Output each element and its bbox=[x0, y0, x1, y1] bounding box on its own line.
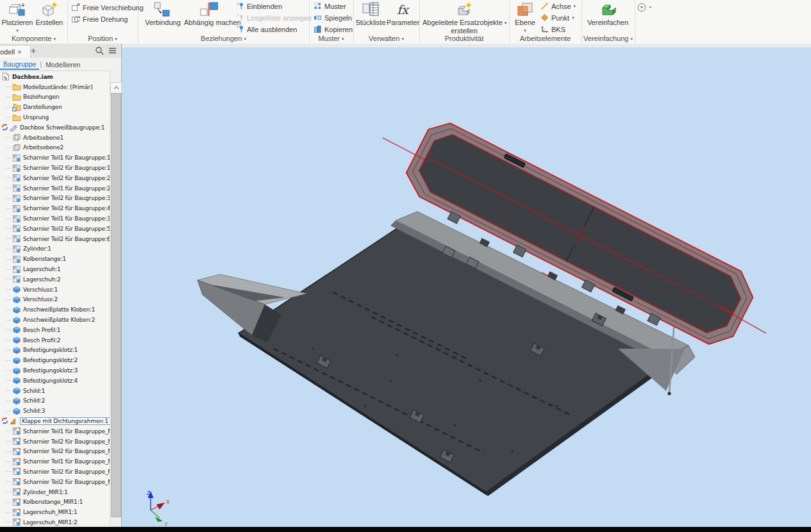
tree-item[interactable]: Scharnier Teil2 für Baugruppe:4 bbox=[0, 203, 110, 213]
tree-item[interactable]: Klappe mit Dichtungsrahmen:1 bbox=[0, 416, 110, 426]
parameter-button[interactable]: fx Parameter bbox=[387, 1, 419, 26]
tree-item-label: Lagerschuh:1 bbox=[23, 266, 61, 272]
freie-verschiebung-label: Freie Verschiebung bbox=[83, 4, 144, 12]
tree-item[interactable]: Beziehungen bbox=[0, 92, 110, 103]
alle-ausblenden-button[interactable]: Alle ausblenden bbox=[235, 24, 297, 35]
einblenden-label: Einblenden bbox=[247, 3, 282, 10]
tree-item[interactable]: Dachbox.iam bbox=[0, 72, 110, 82]
subtab-baugruppe[interactable]: Baugruppe bbox=[0, 59, 39, 70]
model-browser-tab[interactable]: odell × bbox=[0, 45, 31, 58]
add-panel-icon[interactable]: + bbox=[31, 46, 36, 56]
abgeleitete-ersatzobjekte-button[interactable]: Abgeleitete Ersatzobjekte ▾ erstellen bbox=[422, 1, 506, 35]
group-label-verwalten[interactable]: Verwalten ▾ bbox=[353, 35, 419, 42]
stueckliste-button[interactable]: Stückliste bbox=[355, 1, 387, 26]
group-label-position[interactable]: Position ▾ bbox=[67, 35, 138, 42]
losgeloeste-anzeigen-button[interactable]: Losgelöste anzeigen bbox=[235, 12, 312, 23]
kopieren-button[interactable]: Kopieren bbox=[313, 24, 353, 35]
tree-item[interactable]: Scharnier Teil2 für Baugruppe_MIR1:1 bbox=[0, 436, 110, 447]
group-label-vereinfachung[interactable]: Vereinfachung ▾ bbox=[581, 35, 635, 42]
freie-drehung-button[interactable]: Freie Drehung bbox=[71, 13, 128, 24]
freie-verschiebung-button[interactable]: Freie Verschiebung bbox=[71, 2, 144, 13]
group-label-beziehungen[interactable]: Beziehungen ▾ bbox=[138, 35, 309, 42]
tree-item[interactable]: Scharnier Teil1 für Baugruppe:3 bbox=[0, 213, 110, 224]
tree-item[interactable]: Befestigungsklotz:1 bbox=[0, 345, 110, 356]
tree-item[interactable]: Befestigungsklotz:4 bbox=[0, 376, 110, 386]
tree-item[interactable]: Anschweißplatte Kloben:2 bbox=[0, 315, 110, 325]
viewport-3d[interactable]: Z X Y bbox=[121, 47, 811, 527]
tree-item[interactable]: Scharnier Teil1 für Baugruppe_MIR1:1 bbox=[0, 426, 110, 436]
tab-close-icon[interactable]: × bbox=[17, 48, 21, 56]
tree-item[interactable]: Scharnier Teil2 für Baugruppe:5 bbox=[0, 224, 110, 234]
tree-item[interactable]: Scharnier Teil1 für Baugruppe:2 bbox=[0, 183, 110, 194]
ebene-button[interactable]: Ebene ▾ bbox=[512, 1, 539, 34]
tree-item[interactable]: Modellzustände: [Primär] bbox=[0, 82, 110, 92]
group-label-arbeitselemente[interactable]: Arbeitselemente bbox=[509, 35, 581, 42]
tree-item[interactable]: Lagerschuh:1 bbox=[0, 264, 110, 274]
tree-item[interactable]: Ursprung bbox=[0, 112, 110, 122]
verbindung-button[interactable]: Verbindung bbox=[142, 1, 184, 26]
tree-item[interactable]: Lagerschuh_MIR1:1 bbox=[0, 507, 110, 517]
punkt-caret-icon: ▾ bbox=[572, 15, 574, 21]
subtab-modellieren[interactable]: Modellieren bbox=[42, 60, 83, 69]
tree-item[interactable]: Verschluss:1 bbox=[0, 285, 110, 295]
tree-connector bbox=[6, 259, 11, 260]
scrollbar-thumb[interactable] bbox=[111, 93, 121, 517]
tree-item[interactable]: Dachbox Schweißbaugruppe:1 bbox=[0, 122, 110, 133]
scroll-up-icon[interactable] bbox=[110, 82, 122, 94]
platzieren-caret-icon: ▾ bbox=[16, 28, 19, 33]
tree-item[interactable]: Besch Profil:1 bbox=[0, 325, 110, 335]
bottom-bar bbox=[0, 527, 811, 532]
browser-menu-icon[interactable] bbox=[108, 46, 117, 58]
tree-item[interactable]: Scharnier Teil2 für Baugruppe_MIR1:3 bbox=[0, 467, 110, 477]
tree-item[interactable]: Scharnier Teil2 für Baugruppe_MIR1:2 bbox=[0, 446, 110, 456]
vereinfachen-button[interactable]: Vereinfachen bbox=[587, 1, 629, 26]
ribbon-collapse-button[interactable] bbox=[637, 3, 654, 15]
tree-item[interactable]: Befestigungsklotz:3 bbox=[0, 365, 110, 376]
tree-item[interactable]: Scharnier Teil2 für Baugruppe:1 bbox=[0, 163, 110, 173]
bks-button[interactable]: BKS bbox=[540, 24, 565, 35]
punkt-label: Punkt bbox=[551, 14, 569, 22]
tree-item[interactable]: Scharnier Teil2 für Baugruppe:6 bbox=[0, 234, 110, 244]
tree-item[interactable]: Schild:3 bbox=[0, 406, 110, 416]
tree-item[interactable]: Befestigungsklotz:2 bbox=[0, 355, 110, 365]
punkt-button[interactable]: Punkt ▾ bbox=[540, 12, 574, 23]
achse-button[interactable]: Achse ▾ bbox=[540, 1, 576, 12]
abhaengig-machen-button[interactable]: Abhängig machen bbox=[184, 1, 235, 26]
tree-connector bbox=[6, 340, 11, 340]
platzieren-button[interactable]: Platzieren ▾ bbox=[1, 1, 33, 34]
tree-item-label: Scharnier Teil2 für Baugruppe:6 bbox=[23, 236, 110, 242]
tree-item[interactable]: Kolbenstange:1 bbox=[0, 254, 110, 264]
tree-item[interactable]: Besch Profil:2 bbox=[0, 335, 110, 345]
tree-item[interactable]: Lagerschuh_MIR1:2 bbox=[0, 517, 110, 528]
group-label-komponente[interactable]: Komponente ▾ bbox=[0, 35, 67, 42]
tree-item[interactable]: Arbeitsebene1 bbox=[0, 133, 110, 143]
point-tool-icon bbox=[540, 13, 549, 22]
tree-item[interactable]: Lagerschuh:2 bbox=[0, 274, 110, 285]
erstellen-button[interactable]: Erstellen bbox=[34, 1, 65, 26]
tree-item-label: Besch Profil:2 bbox=[23, 337, 60, 344]
group-label-produktivitaet[interactable]: Produktivität bbox=[419, 35, 509, 42]
einblenden-button[interactable]: Einblenden bbox=[235, 1, 282, 12]
browser-search-icon[interactable] bbox=[95, 46, 104, 58]
tree-item-label: Befestigungsklotz:2 bbox=[23, 357, 78, 363]
tree-item[interactable]: Schild:2 bbox=[0, 396, 110, 406]
tree-item[interactable]: Anschweißplatte Kloben:1 bbox=[0, 304, 110, 315]
tree-item[interactable]: Schild:1 bbox=[0, 386, 110, 396]
tree-item[interactable]: Scharnier Teil2 für Baugruppe_MIR1:4 bbox=[0, 477, 110, 487]
browser-scrollbar[interactable] bbox=[110, 71, 121, 527]
tree-item[interactable]: Arbeitsebene2 bbox=[0, 143, 110, 153]
tree-item-label: Modellzustände: [Primär] bbox=[23, 84, 92, 90]
group-label-muster[interactable]: Muster ▾ bbox=[309, 35, 353, 42]
tree-item[interactable]: Zylinder:1 bbox=[0, 244, 110, 254]
spiegeln-label: Spiegeln bbox=[324, 14, 352, 22]
tree-item[interactable]: Kolbenstange_MIR1:1 bbox=[0, 497, 110, 507]
tree-item[interactable]: Scharnier Teil2 für Baugruppe:2 bbox=[0, 173, 110, 183]
muster-button[interactable]: Muster bbox=[313, 1, 346, 12]
tree-item[interactable]: Scharnier Teil1 für Baugruppe:1 bbox=[0, 153, 110, 163]
tree-item[interactable]: Zylinder_MIR1:1 bbox=[0, 487, 110, 497]
tree-item[interactable]: Darstellungen bbox=[0, 102, 110, 112]
tree-item[interactable]: Verschluss:2 bbox=[0, 295, 110, 305]
spiegeln-button[interactable]: Spiegeln bbox=[313, 12, 352, 23]
tree-item[interactable]: Scharnier Teil1 für Baugruppe_MIR1:2 bbox=[0, 456, 110, 467]
tree-item[interactable]: Scharnier Teil2 für Baugruppe:3 bbox=[0, 194, 110, 204]
